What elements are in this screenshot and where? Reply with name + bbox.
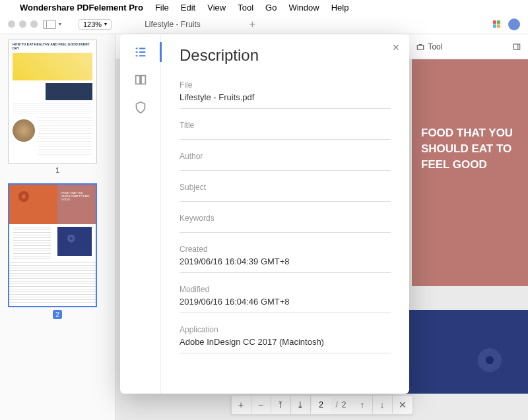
doc-heading: FOOD THAT YOU SHOULD EAT TO FEEL GOOD [421, 125, 519, 172]
thumb-image [57, 227, 92, 256]
pages-tab[interactable] [133, 73, 148, 87]
minimize-window[interactable] [19, 20, 26, 28]
thumb-title: HOW TO EAT HEALTHY AND FEEL GOOD EVERY D… [9, 40, 96, 50]
page-navigator: + − ⤒ ⤓ / 2 ↑ ↓ ✕ [230, 395, 412, 415]
field-author[interactable]: Author [180, 152, 391, 171]
page-separator: / [331, 400, 341, 409]
tool-tool[interactable]: Tool [416, 42, 442, 51]
description-tab[interactable] [133, 45, 148, 59]
thumb-heading: FOOD THAT YOU SHOULD EAT TO FEEL GOOD [57, 185, 96, 224]
zoom-out-button[interactable]: − [251, 396, 271, 414]
field-label: Keywords [180, 214, 391, 223]
field-value: Lifestyle - Fruits.pdf [180, 92, 391, 103]
menu-go[interactable]: Go [265, 3, 277, 13]
field-created: Created 2019/06/16 16:04:39 GMT+8 [180, 245, 391, 273]
maximize-window[interactable] [30, 20, 38, 28]
list-icon [133, 45, 148, 59]
field-file: File Lifestyle - Fruits.pdf [180, 80, 391, 109]
page-total: 2 [342, 400, 353, 409]
dialog-tabs [120, 34, 161, 394]
svg-rect-5 [513, 44, 519, 49]
field-label: Author [180, 152, 391, 161]
new-tab-button[interactable]: + [249, 18, 255, 30]
menu-file[interactable]: File [155, 3, 169, 13]
field-modified: Modified 2019/06/16 16:04:46 GMT+8 [180, 285, 391, 313]
field-value: Adobe InDesign CC 2017 (Macintosh) [180, 337, 391, 347]
apps-grid-icon[interactable] [493, 20, 500, 28]
chevron-down-icon: ▾ [104, 21, 107, 27]
panel-toggle[interactable] [512, 42, 521, 51]
field-label: Application [180, 325, 391, 334]
app-name[interactable]: Wondershare PDFelement Pro [20, 3, 143, 13]
page-input[interactable] [312, 398, 330, 412]
field-label: Title [180, 121, 391, 130]
prev-page-button[interactable]: ↑ [353, 396, 373, 414]
field-value [180, 164, 391, 165]
thumb-text [38, 117, 92, 157]
toolbox-icon [416, 42, 425, 51]
thumb-image [9, 185, 57, 224]
shield-icon [133, 100, 148, 115]
next-page-button[interactable]: ↓ [373, 396, 393, 414]
thumbnails-sidebar: HOW TO EAT HEALTHY AND FEEL GOOD EVERY D… [0, 34, 116, 420]
close-dialog-button[interactable]: ✕ [392, 42, 400, 53]
field-label: Created [180, 245, 391, 254]
traffic-lights [8, 20, 38, 28]
security-tab[interactable] [133, 100, 148, 115]
field-title[interactable]: Title [180, 121, 391, 140]
menu-help[interactable]: Help [331, 3, 349, 13]
field-value [180, 225, 391, 227]
field-value: 2019/06/16 16:04:46 GMT+8 [180, 297, 391, 307]
sidebar-toggle-icon[interactable] [43, 20, 56, 29]
close-pager-button[interactable]: ✕ [393, 396, 412, 414]
last-page-button[interactable]: ⤓ [290, 396, 310, 414]
menu-window[interactable]: Window [288, 3, 319, 13]
thumb-text [13, 227, 51, 260]
page-number-1: 1 [8, 166, 107, 174]
thumb-image [13, 119, 35, 142]
field-application: Application Adobe InDesign CC 2017 (Maci… [180, 325, 391, 353]
zoom-select[interactable]: 123% ▾ [79, 19, 112, 30]
zoom-value: 123% [83, 20, 102, 28]
menubar: Wondershare PDFelement Pro File Edit Vie… [0, 0, 528, 15]
chevron-down-icon[interactable]: ▾ [59, 21, 61, 27]
dialog-title: Description [180, 46, 391, 65]
document-tab[interactable]: Lifestyle - Fruits [135, 17, 210, 32]
field-label: Subject [180, 183, 391, 192]
dialog-body: ✕ Description File Lifestyle - Fruits.pd… [161, 34, 409, 394]
field-value [180, 195, 391, 196]
field-value: 2019/06/16 16:04:39 GMT+8 [180, 256, 391, 267]
field-keywords[interactable]: Keywords [180, 214, 391, 233]
page-number-2: 2 [53, 310, 62, 319]
menu-tool[interactable]: Tool [238, 3, 253, 13]
user-avatar[interactable] [508, 18, 520, 30]
tab-label: Lifestyle - Fruits [145, 20, 201, 29]
page-thumbnail-2[interactable]: FOOD THAT YOU SHOULD EAT TO FEEL GOOD [8, 183, 97, 307]
field-value [180, 133, 391, 134]
menu-edit[interactable]: Edit [181, 3, 195, 13]
properties-dialog: ✕ Description File Lifestyle - Fruits.pd… [120, 34, 409, 394]
page-thumbnail-1[interactable]: HOW TO EAT HEALTHY AND FEEL GOOD EVERY D… [8, 40, 97, 164]
thumb-text [13, 103, 92, 115]
svg-rect-4 [418, 45, 424, 49]
panel-icon [512, 42, 521, 51]
thumb-text [9, 262, 96, 303]
doc-heading-block: FOOD THAT YOU SHOULD EAT TO FEEL GOOD [412, 59, 528, 286]
tool-label: Tool [428, 42, 442, 51]
thumb-image [13, 53, 92, 80]
thumb-image [46, 83, 92, 100]
first-page-button[interactable]: ⤒ [271, 396, 290, 414]
field-subject[interactable]: Subject [180, 183, 391, 202]
book-icon [133, 73, 148, 87]
menu-view[interactable]: View [207, 3, 226, 13]
close-window[interactable] [8, 20, 15, 28]
field-label: Modified [180, 285, 391, 294]
titlebar: ▾ 123% ▾ Lifestyle - Fruits + [0, 15, 528, 34]
field-label: File [180, 80, 391, 90]
zoom-in-button[interactable]: + [231, 396, 251, 414]
